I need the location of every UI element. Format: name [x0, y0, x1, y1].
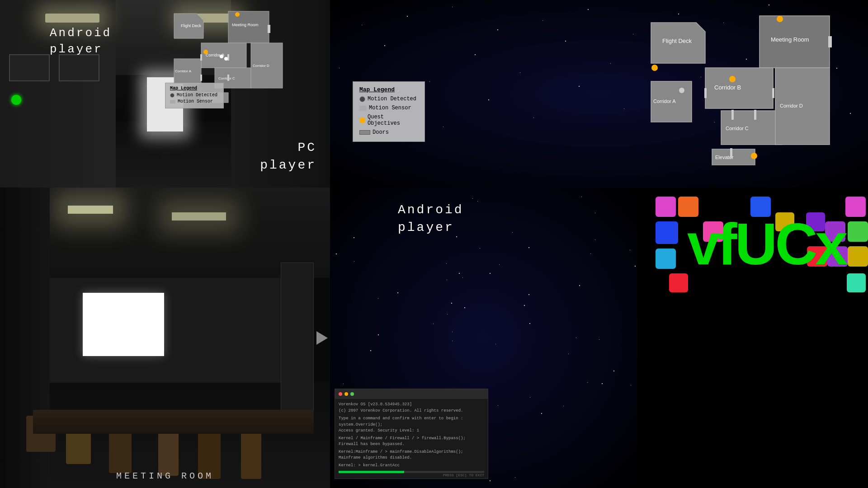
meeting-room-scene: MEETING ROOM — [0, 188, 330, 488]
svg-rect-40 — [730, 148, 732, 158]
star — [624, 108, 624, 109]
block-5 — [656, 221, 678, 244]
legend-motion-detected-tr: Motion Detected — [359, 96, 418, 102]
svg-point-42 — [651, 65, 658, 71]
star — [447, 314, 448, 314]
star — [446, 263, 447, 264]
chair-6 — [241, 430, 261, 479]
svg-text:Flight Deck: Flight Deck — [662, 38, 692, 44]
motion-detected-dot — [170, 93, 175, 98]
chair-3 — [109, 428, 132, 473]
svg-text:Flight Deck: Flight Deck — [181, 23, 202, 28]
legend-motion-sensor-tr: Motion Sensor — [359, 105, 418, 111]
player-indicator-dot — [11, 95, 21, 105]
motion-detected-dot-tr — [359, 96, 365, 102]
mini-map-top-left: Flight Deck Meeting Room Corridor B Corr… — [160, 9, 326, 113]
legend-quest-objectives: Quest Objectives — [359, 114, 418, 127]
star — [452, 7, 453, 7]
star — [475, 54, 476, 55]
projection-screen — [83, 293, 164, 356]
terminal-dot-red — [339, 392, 342, 396]
svg-point-21 — [224, 57, 228, 61]
quest-objectives-label: Quest Objectives — [368, 114, 418, 127]
block-11 — [656, 249, 676, 269]
star — [590, 253, 591, 254]
star — [488, 99, 489, 100]
motion-sensor-label-tr: Motion Sensor — [369, 105, 411, 111]
legend-motion-detected: Motion Detected — [170, 93, 219, 98]
svg-rect-38 — [731, 110, 734, 120]
room-light-2 — [172, 212, 226, 221]
star — [452, 332, 453, 332]
star — [633, 34, 633, 34]
legend-doors: Doors — [359, 129, 418, 136]
svg-rect-16 — [200, 75, 202, 81]
star — [452, 341, 453, 341]
star — [542, 20, 543, 21]
star — [579, 86, 580, 87]
room-light-1 — [68, 206, 113, 214]
bottom-right-quadrant: Androidplayer PCplayer Vorenkov OS [v23.… — [330, 188, 868, 488]
star — [595, 213, 595, 213]
terminal-header — [335, 389, 488, 399]
star — [407, 16, 408, 17]
star — [490, 273, 491, 274]
star — [497, 29, 498, 30]
block-16 — [847, 273, 866, 292]
star — [587, 382, 588, 383]
star — [515, 477, 515, 478]
pc-player-label-tl: PCplayer — [260, 139, 316, 174]
android-player-label-br: Androidplayer — [398, 201, 464, 236]
top-right-quadrant: Flight Deck Meeting Room Corridor B Corr… — [330, 0, 868, 188]
terminal-line-5: Firewall has been bypassed. — [339, 441, 484, 448]
terminal-body: Vorenkov OS [v23.0.534945.323] (c) 2097 … — [335, 399, 488, 471]
star — [528, 247, 529, 248]
terminal-line-4: Kernel / Mainframe / Firewall / > firewa… — [339, 436, 484, 442]
terminal-dot-green — [350, 392, 354, 396]
bottom-left-quadrant: MEETING ROOM — [0, 188, 330, 488]
star — [378, 334, 379, 335]
svg-rect-25 — [828, 36, 832, 47]
legend-title-tr: Map Legend — [359, 86, 418, 93]
svg-point-43 — [729, 76, 736, 82]
svg-text:Meeting Room: Meeting Room — [232, 23, 259, 27]
svg-text:Corridor D: Corridor D — [780, 103, 803, 108]
star — [384, 45, 385, 46]
terminal-line-3: Access granted. Security Level: 1 — [339, 428, 484, 434]
star — [378, 298, 378, 299]
terminal-line-copyright: (c) 2097 Vorenkov Corporation. All right… — [339, 408, 484, 414]
star — [512, 232, 513, 233]
svg-rect-17 — [227, 75, 229, 81]
svg-text:Corridor A: Corridor A — [175, 69, 192, 73]
svg-rect-39 — [754, 110, 756, 120]
doors-label: Doors — [373, 129, 389, 136]
terminal-line-os: Vorenkov OS [v23.0.534945.323] — [339, 402, 484, 408]
svg-text:Corridor D: Corridor D — [253, 64, 269, 68]
star — [530, 397, 530, 398]
large-map-svg: Flight Deck Meeting Room Corridor B Corr… — [642, 14, 868, 181]
motion-sensor-rect-tr — [359, 106, 367, 111]
star — [524, 305, 525, 306]
star — [336, 253, 337, 254]
terminal-line-1: Type in a command and confirm with enter… — [339, 416, 484, 422]
star — [370, 350, 371, 351]
svg-rect-1 — [228, 11, 269, 43]
svg-rect-3 — [268, 25, 270, 33]
star — [498, 405, 498, 406]
star — [541, 413, 542, 414]
star — [602, 383, 603, 384]
star — [528, 294, 529, 295]
star — [565, 41, 566, 42]
star — [588, 9, 589, 10]
svg-text:Meeting Room: Meeting Room — [771, 36, 809, 43]
svg-point-19 — [203, 50, 208, 54]
star — [343, 384, 344, 384]
star — [630, 250, 630, 250]
star — [480, 248, 480, 249]
star — [459, 273, 460, 274]
android-player-label: Androidplayer — [50, 25, 112, 58]
star — [397, 292, 398, 293]
star — [579, 285, 580, 286]
star — [610, 63, 611, 64]
block-8 — [848, 221, 868, 242]
